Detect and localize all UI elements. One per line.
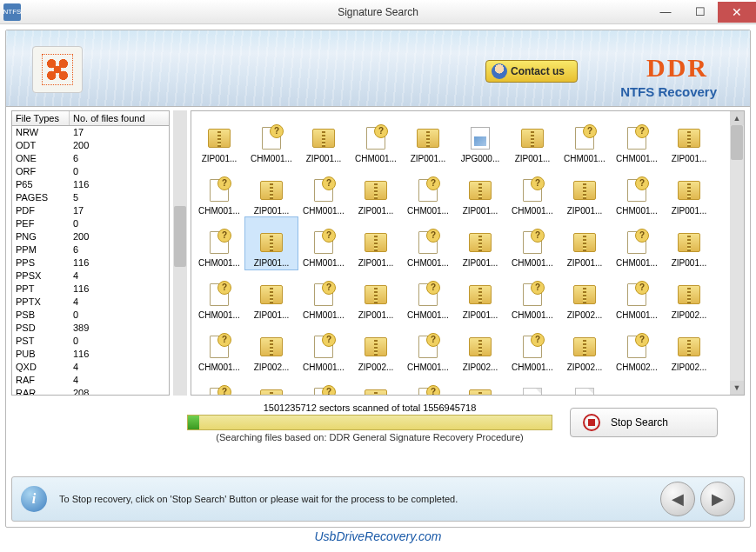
file-item[interactable]: CHM001...	[193, 165, 245, 217]
file-item[interactable]: ZIP001...	[559, 165, 611, 217]
file-item[interactable]: ZIP001...	[193, 113, 245, 165]
col-files-found[interactable]: No. of files found	[70, 111, 169, 125]
close-button[interactable]: ✕	[718, 2, 756, 23]
file-item[interactable]: PAGES0...	[506, 374, 559, 395]
file-item[interactable]: CHM002...	[193, 374, 245, 395]
file-item[interactable]: CHM001...	[298, 322, 350, 374]
table-row[interactable]: ODT200	[12, 139, 169, 152]
file-item[interactable]: ZIP001...	[350, 269, 402, 322]
prev-button[interactable]: ◀	[660, 482, 695, 516]
table-row[interactable]: RAF4	[12, 374, 169, 387]
file-item[interactable]: ZIP002...	[350, 374, 402, 395]
file-item[interactable]: ZIP001...	[245, 269, 298, 322]
file-item[interactable]: CHM001...	[350, 113, 402, 165]
file-item[interactable]: ZIP001...	[350, 217, 402, 269]
file-item[interactable]: ZIP001...	[454, 269, 506, 322]
maximize-button[interactable]: ☐	[683, 2, 718, 23]
table-row[interactable]: QXD4	[12, 361, 169, 374]
file-item[interactable]: CHM001...	[298, 217, 350, 269]
file-item[interactable]: ZIP002...	[663, 322, 715, 374]
scrollbar-thumb[interactable]	[731, 125, 743, 160]
file-item[interactable]: CHM001...	[298, 165, 350, 217]
file-item[interactable]: CHM001...	[193, 269, 245, 322]
file-item[interactable]: CHM001...	[402, 165, 454, 217]
file-item[interactable]: ZIP001...	[663, 217, 715, 269]
table-row[interactable]: PAGES5	[12, 191, 169, 204]
table-row[interactable]: PSD389	[12, 322, 169, 335]
file-item[interactable]: CHM002...	[611, 322, 663, 374]
file-item[interactable]: ZIP002...	[245, 322, 298, 374]
file-item[interactable]: ZIP001...	[350, 165, 402, 217]
file-item[interactable]: ZIP002...	[559, 322, 611, 374]
table-row[interactable]: PPSX4	[12, 269, 169, 283]
file-label: ZIP001...	[463, 258, 498, 268]
file-item[interactable]: CHM001...	[506, 217, 559, 269]
file-item[interactable]: XPS000...	[559, 374, 611, 395]
file-item[interactable]: ZIP001...	[559, 217, 611, 269]
stop-search-button[interactable]: Stop Search	[570, 408, 718, 437]
file-item[interactable]: CHM001...	[559, 113, 611, 165]
cell-type: PUB	[12, 348, 70, 361]
table-row[interactable]: PPS116	[12, 256, 169, 269]
file-item[interactable]: ZIP002...	[245, 374, 298, 395]
file-item[interactable]: CHM001...	[193, 322, 245, 374]
footer-link[interactable]: UsbDriveRecovery.com	[5, 529, 751, 543]
table-row[interactable]: PEF0	[12, 217, 169, 230]
file-item[interactable]: CHM001...	[402, 322, 454, 374]
table-row[interactable]: NRW17	[12, 126, 169, 139]
file-item[interactable]: ZIP001...	[245, 165, 298, 217]
file-item[interactable]: ZIP002...	[454, 374, 506, 395]
table-row[interactable]: PST0	[12, 335, 169, 348]
zip-folder-icon	[518, 124, 546, 152]
scrollbar-thumb[interactable]	[174, 206, 186, 267]
file-item[interactable]: ZIP002...	[454, 322, 506, 374]
file-item[interactable]: CHM001...	[611, 113, 663, 165]
table-row[interactable]: PUB116	[12, 348, 169, 361]
table-row[interactable]: P65116	[12, 178, 169, 191]
file-item[interactable]: ZIP002...	[350, 322, 402, 374]
file-item[interactable]: ZIP001...	[454, 165, 506, 217]
file-item[interactable]: ZIP001...	[663, 113, 715, 165]
file-item[interactable]: CHM001...	[402, 269, 454, 322]
table-row[interactable]: PPT116	[12, 283, 169, 296]
scroll-up-arrow-icon[interactable]: ▲	[730, 111, 744, 125]
table-row[interactable]: PPTX4	[12, 296, 169, 309]
next-button[interactable]: ▶	[700, 482, 735, 516]
file-label: CHM001...	[512, 362, 553, 372]
file-item[interactable]: ZIP001...	[402, 113, 454, 165]
table-row[interactable]: PNG200	[12, 230, 169, 243]
file-item[interactable]: CHM001...	[402, 217, 454, 269]
file-item[interactable]: ZIP002...	[559, 269, 611, 322]
file-item[interactable]: ZIP001...	[506, 113, 559, 165]
file-item[interactable]: CHM001...	[245, 113, 298, 165]
file-item[interactable]: ZIP001...	[663, 165, 715, 217]
middle-scrollbar[interactable]	[173, 110, 187, 396]
file-item[interactable]: CHM002...	[402, 374, 454, 395]
contact-us-button[interactable]: Contact us	[485, 60, 578, 83]
table-row[interactable]: ORF0	[12, 165, 169, 178]
table-row[interactable]: RAR208	[12, 387, 169, 395]
table-row[interactable]: PPM6	[12, 243, 169, 256]
file-item[interactable]: CHM001...	[611, 165, 663, 217]
table-row[interactable]: PSB0	[12, 309, 169, 322]
file-item[interactable]: CHM001...	[298, 269, 350, 322]
minimize-button[interactable]: —	[648, 2, 683, 23]
file-item[interactable]: ZIP002...	[663, 269, 715, 322]
file-item[interactable]: JPG000...	[454, 113, 506, 165]
file-label: ZIP001...	[411, 154, 446, 163]
file-item[interactable]: CHM001...	[506, 165, 559, 217]
file-item[interactable]: CHM001...	[506, 322, 559, 374]
table-row[interactable]: PDF17	[12, 204, 169, 217]
file-item[interactable]: ZIP001...	[298, 113, 350, 165]
table-row[interactable]: ONE6	[12, 152, 169, 165]
files-vertical-scrollbar[interactable]: ▲ ▼	[730, 111, 744, 395]
scroll-down-arrow-icon[interactable]: ▼	[730, 381, 744, 395]
file-item[interactable]: CHM001...	[611, 269, 663, 322]
file-item[interactable]: CHM001...	[611, 217, 663, 269]
file-item[interactable]: CHM001...	[193, 217, 245, 269]
col-file-types[interactable]: File Types	[12, 111, 70, 125]
file-item[interactable]: CHM002...	[298, 374, 350, 395]
file-item[interactable]: ZIP001...	[245, 217, 298, 269]
file-item[interactable]: CHM001...	[506, 269, 559, 322]
file-item[interactable]: ZIP001...	[454, 217, 506, 269]
